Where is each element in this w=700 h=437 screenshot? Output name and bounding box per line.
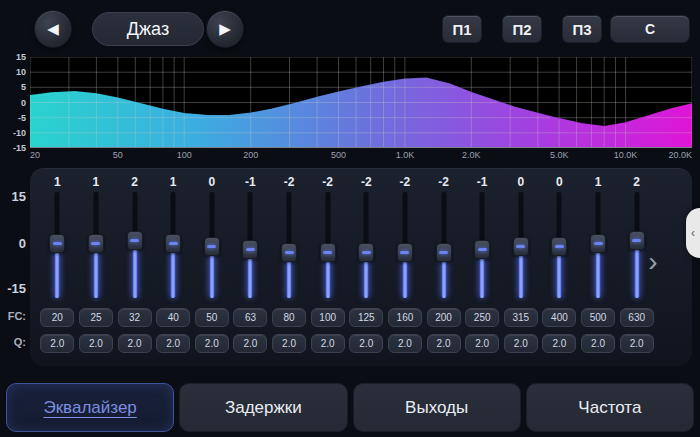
slider-thumb[interactable]	[242, 240, 258, 259]
slider-thumb[interactable]	[88, 234, 104, 253]
slider-fill	[55, 251, 60, 298]
next-bands-button[interactable]: ›	[638, 244, 668, 280]
slider-fill	[325, 260, 330, 298]
band-slider[interactable]	[45, 192, 69, 300]
band-fc-button[interactable]: 630	[620, 308, 654, 327]
graph-y-tick-label: 0	[0, 98, 26, 108]
band-slider[interactable]	[277, 192, 301, 300]
band-slider[interactable]	[547, 192, 571, 300]
slider-thumb[interactable]	[281, 243, 297, 262]
band-slider[interactable]	[316, 192, 340, 300]
slider-fill	[248, 257, 253, 298]
band-q-button[interactable]: 2.0	[311, 334, 345, 353]
band-fc-button[interactable]: 32	[118, 308, 152, 327]
slider-thumb[interactable]	[204, 237, 220, 256]
band-slider[interactable]	[393, 192, 417, 300]
chevron-left-icon: ‹	[691, 226, 695, 240]
band-fc-button[interactable]: 25	[79, 308, 113, 327]
band-fc-button[interactable]: 80	[272, 308, 306, 327]
band-slider[interactable]	[354, 192, 378, 300]
band-q-button[interactable]: 2.0	[542, 334, 576, 353]
slider-fill	[518, 254, 523, 298]
band-q-button[interactable]: 2.0	[233, 334, 267, 353]
band-q-button[interactable]: 2.0	[465, 334, 499, 353]
graph-x-tick-label: 20.0K	[658, 150, 692, 160]
band-q-button[interactable]: 2.0	[504, 334, 538, 353]
band-gain-value: -2	[322, 174, 333, 192]
tab-outputs[interactable]: Выходы	[353, 383, 521, 432]
band-gain-value: -2	[284, 174, 295, 192]
band-q-button[interactable]: 2.0	[427, 334, 461, 353]
band-gain-value: 1	[54, 174, 61, 192]
band-q-button[interactable]: 2.0	[79, 334, 113, 353]
prev-preset-button[interactable]: ◀	[34, 10, 72, 48]
band-slider[interactable]	[432, 192, 456, 300]
reset-button[interactable]: С	[610, 15, 690, 43]
slider-thumb[interactable]	[358, 243, 374, 262]
band-gain-value: 0	[208, 174, 215, 192]
slider-thumb[interactable]	[513, 237, 529, 256]
slider-thumb[interactable]	[165, 234, 181, 253]
preset-memory-button-3[interactable]: П3	[562, 15, 602, 43]
band-column: 03152.0	[502, 168, 541, 366]
band-q-button[interactable]: 2.0	[40, 334, 74, 353]
next-preset-button[interactable]: ▶	[206, 10, 244, 48]
band-fc-button[interactable]: 250	[465, 308, 499, 327]
bands-container: 1202.01252.02322.01402.00502.0-1632.0-28…	[38, 168, 656, 366]
band-slider[interactable]	[84, 192, 108, 300]
band-q-button[interactable]: 2.0	[388, 334, 422, 353]
slider-thumb[interactable]	[49, 234, 65, 253]
band-q-button[interactable]: 2.0	[349, 334, 383, 353]
tab-equalizer[interactable]: Эквалайзер	[6, 383, 174, 432]
slider-thumb[interactable]	[320, 243, 336, 262]
gain-scale-label-max: 15	[0, 189, 26, 204]
band-slider[interactable]	[238, 192, 262, 300]
slider-thumb[interactable]	[590, 234, 606, 253]
band-q-button[interactable]: 2.0	[156, 334, 190, 353]
band-fc-button[interactable]: 200	[427, 308, 461, 327]
band-fc-button[interactable]: 500	[581, 308, 615, 327]
band-gain-value: 1	[93, 174, 100, 192]
band-slider[interactable]	[123, 192, 147, 300]
band-q-button[interactable]: 2.0	[118, 334, 152, 353]
band-q-button[interactable]: 2.0	[581, 334, 615, 353]
tab-delays[interactable]: Задержки	[179, 383, 347, 432]
preset-memory-button-1[interactable]: П1	[442, 15, 482, 43]
preset-selector[interactable]: Джаз	[92, 12, 204, 46]
band-fc-button[interactable]: 50	[195, 308, 229, 327]
band-fc-button[interactable]: 63	[233, 308, 267, 327]
band-gain-value: 0	[556, 174, 563, 192]
band-slider[interactable]	[161, 192, 185, 300]
band-column: -21002.0	[308, 168, 347, 366]
preset-memory-button-2[interactable]: П2	[502, 15, 542, 43]
band-column: 15002.0	[579, 168, 618, 366]
band-slider[interactable]	[200, 192, 224, 300]
band-q-button[interactable]: 2.0	[272, 334, 306, 353]
graph-x-tick-label: 200	[231, 150, 271, 160]
band-gain-value: 2	[131, 174, 138, 192]
band-fc-button[interactable]: 125	[349, 308, 383, 327]
memory-buttons: П1П2П3	[442, 15, 602, 43]
band-fc-button[interactable]: 20	[40, 308, 74, 327]
band-fc-button[interactable]: 100	[311, 308, 345, 327]
band-slider[interactable]	[470, 192, 494, 300]
slider-thumb[interactable]	[127, 231, 143, 250]
slider-fill	[402, 260, 407, 298]
slider-thumb[interactable]	[474, 240, 490, 259]
band-q-button[interactable]: 2.0	[195, 334, 229, 353]
eq-curve-svg	[30, 57, 692, 148]
band-slider[interactable]	[509, 192, 533, 300]
slider-thumb[interactable]	[551, 237, 567, 256]
band-fc-button[interactable]: 400	[542, 308, 576, 327]
slider-fill	[209, 254, 214, 298]
band-fc-button[interactable]: 160	[388, 308, 422, 327]
tab-frequency[interactable]: Частота	[526, 383, 694, 432]
slider-thumb[interactable]	[397, 243, 413, 262]
band-fc-button[interactable]: 315	[504, 308, 538, 327]
band-slider[interactable]	[586, 192, 610, 300]
band-gain-value: -1	[477, 174, 488, 192]
drawer-handle[interactable]: ‹	[686, 208, 700, 258]
slider-thumb[interactable]	[436, 243, 452, 262]
band-fc-button[interactable]: 40	[156, 308, 190, 327]
band-q-button[interactable]: 2.0	[620, 334, 654, 353]
